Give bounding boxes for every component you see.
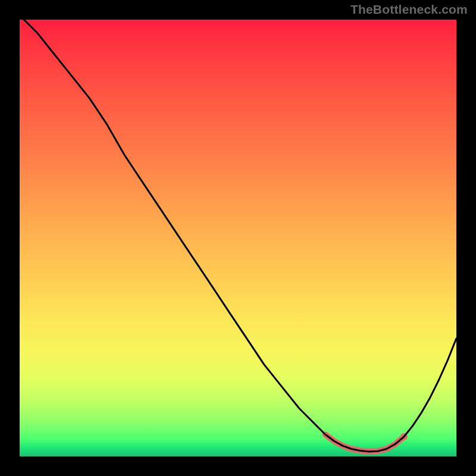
watermark-text: TheBottleneck.com	[350, 2, 468, 17]
plot-area	[20, 20, 456, 456]
chart-svg	[20, 20, 456, 456]
chart-frame: TheBottleneck.com	[0, 0, 476, 476]
main-curve	[20, 20, 456, 452]
